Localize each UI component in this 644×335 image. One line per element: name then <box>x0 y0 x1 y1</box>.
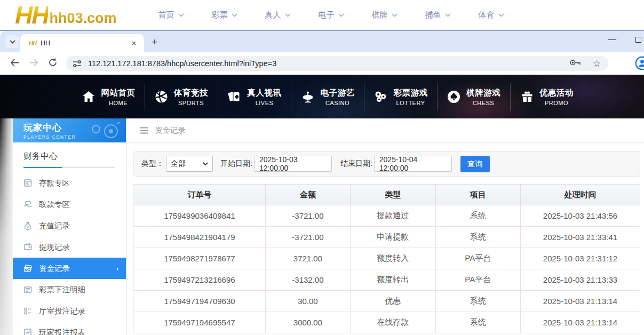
section-underline <box>23 167 115 168</box>
table-cell-project: PA平台 <box>435 269 520 291</box>
screen: HH hh03.com 首页 彩票 真人 电子 棋牌 <box>0 0 644 335</box>
spade-icon <box>447 90 460 103</box>
top-nav-label: 首页 <box>158 10 174 20</box>
type-select-value: 全部 <box>171 159 186 169</box>
top-nav-lottery[interactable]: 彩票 <box>212 10 237 20</box>
address-bar[interactable]: 112.121.172.181:8783/hhcp/usercenter.htm… <box>66 56 608 71</box>
sidebar-item-recharge-records[interactable]: 充值记录 <box>13 215 126 236</box>
sidebar-item-label: 资金记录 <box>39 264 70 274</box>
start-date-input[interactable]: 2025-10-03 12:00:00 <box>254 156 332 172</box>
playing-cards-icon <box>228 90 242 103</box>
reload-button[interactable] <box>45 58 61 69</box>
game-nav-en: LIVES <box>256 100 274 106</box>
password-key-icon[interactable] <box>570 59 581 66</box>
sidebar-item-withdrawal-records[interactable]: 提现记录 <box>13 236 126 258</box>
profile-avatar[interactable] <box>634 55 644 71</box>
query-button[interactable]: 查询 <box>460 156 490 172</box>
sidebar-item-lottery-bet-details[interactable]: 彩票下注明细 <box>13 279 126 300</box>
home-icon <box>82 90 96 103</box>
table-cell-project: 系统 <box>435 227 520 248</box>
sidebar-item-label: 提现记录 <box>39 242 70 252</box>
forward-button[interactable] <box>26 59 42 69</box>
sidebar-item-label: 取款专区 <box>39 200 70 210</box>
col-header-project: 项目 <box>435 185 520 205</box>
sidebar-item-player-bet-report[interactable]: 玩家投注报表 <box>13 322 126 335</box>
bookmark-star-icon[interactable]: ☆ <box>593 59 601 68</box>
table-row: 1759498421904179-3721.00申请提款系统2025-10-03… <box>134 227 640 248</box>
table-cell-type: 申请提款 <box>351 227 435 248</box>
table-cell-project: 系统 <box>435 205 520 227</box>
hand-money-icon <box>23 200 32 209</box>
chevron-down-icon <box>445 13 451 17</box>
new-tab-button[interactable]: + <box>152 36 157 48</box>
sidebar-item-label: 玩家投注报表 <box>39 328 85 335</box>
players-center-header[interactable]: 玩家中心 PLAYERS CENTER <box>13 118 126 142</box>
window-minimize-button[interactable]: — <box>608 34 616 43</box>
roulette-icon <box>301 90 315 103</box>
table-row: 17594982719786773721.00额度转入PA平台2025-10-0… <box>134 248 640 269</box>
game-nav-zh: 体育竞技 <box>174 87 208 99</box>
top-nav-sports[interactable]: 体育 <box>479 10 504 20</box>
site-settings-icon[interactable] <box>73 60 82 68</box>
grid-list-icon <box>23 307 32 316</box>
game-nav-sports[interactable]: 体育竞技 SPORTS <box>145 83 218 110</box>
chevron-down-icon <box>203 162 208 165</box>
top-nav-chess[interactable]: 棋牌 <box>372 10 397 20</box>
finance-section-title: 财务中心 <box>23 151 115 162</box>
game-nav-zh: 优惠活动 <box>539 87 574 99</box>
sidebar-item-withdraw-zone[interactable]: 取款专区 <box>13 194 126 215</box>
list-doc-icon <box>23 285 32 294</box>
sidebar-item-fund-records[interactable]: 资金记录 › <box>13 258 126 279</box>
end-date-label: 结束日期: <box>340 159 372 169</box>
browser-tab[interactable]: HH HH × <box>20 34 144 52</box>
game-nav-lottery[interactable]: 彩票游戏 LOTTERY <box>364 83 438 110</box>
table-cell-type: 额度转入 <box>351 248 435 269</box>
table-row: 1759497213216696-3132.00额度转出PA平台2025-10-… <box>134 269 640 291</box>
menu-bars-icon <box>140 127 148 134</box>
window-maximize-button[interactable] <box>635 37 641 43</box>
game-nav-zh: 网站首页 <box>101 87 136 99</box>
col-header-amount: 金额 <box>265 185 350 205</box>
table-cell-project: 系统 <box>435 291 520 312</box>
sidebar-item-label: 存款专区 <box>39 178 70 188</box>
browser-tabstrip: HH HH × + — <box>0 31 644 52</box>
url-text[interactable]: 112.121.172.181:8783/hhcp/usercenter.htm… <box>88 59 570 68</box>
game-nav-promo[interactable]: 优惠活动 PROMO <box>511 83 584 110</box>
end-date-input[interactable]: 2025-10-04 12:00:00 <box>374 156 452 172</box>
top-nav-label: 彩票 <box>212 10 228 20</box>
breadcrumb: 资金记录 <box>127 118 644 143</box>
game-nav-chess[interactable]: 棋牌游戏 CHESS <box>438 83 511 110</box>
table-cell-order: 1759497194709630 <box>134 291 266 312</box>
col-header-order: 订单号 <box>134 185 266 205</box>
game-nav-casino[interactable]: 电子游艺 CASINO <box>291 83 364 110</box>
top-nav-fishing[interactable]: 捕鱼 <box>425 10 451 20</box>
game-nav-lives[interactable]: 真人视讯 LIVES <box>218 83 291 110</box>
profile-avatar-icon <box>635 56 644 70</box>
game-nav-zh: 彩票游戏 <box>394 87 428 99</box>
chevron-down-icon <box>338 13 344 17</box>
tab-search-button[interactable] <box>5 35 19 48</box>
tab-close-icon[interactable]: × <box>129 38 139 48</box>
sidebar-item-deposit-zone[interactable]: 存款专区 <box>13 172 126 194</box>
site-logo[interactable]: HH hh03.com <box>15 1 117 29</box>
table-cell-time: 2025-10-03 21:13:33 <box>521 269 640 291</box>
type-select[interactable]: 全部 <box>166 156 213 172</box>
banknotes-icon <box>23 264 32 273</box>
start-date-label: 开始日期: <box>220 159 252 169</box>
browser-toolbar: 112.121.172.181:8783/hhcp/usercenter.htm… <box>0 52 644 75</box>
top-nav-live[interactable]: 真人 <box>265 10 291 20</box>
table-row: 1759499036409841-3721.00提款通过系统2025-10-03… <box>134 205 640 227</box>
page-edge-shade <box>0 118 13 335</box>
sidebar-item-label: 彩票下注明细 <box>39 285 85 295</box>
sidebar: 玩家中心 PLAYERS CENTER 财务中心 存款专区 取款专区 充值记录 <box>13 118 126 335</box>
chevron-down-icon <box>498 13 504 17</box>
table-cell-type: 在线存款 <box>351 312 435 333</box>
sidebar-item-hall-bet-records[interactable]: 厅室投注记录 <box>13 300 126 322</box>
top-nav-electronic[interactable]: 电子 <box>319 10 344 20</box>
game-nav-zh: 电子游艺 <box>321 87 355 99</box>
sports-ball-icon <box>155 90 168 103</box>
top-nav-home[interactable]: 首页 <box>158 10 184 20</box>
chevron-down-icon <box>232 13 237 17</box>
back-button[interactable] <box>6 59 22 69</box>
game-nav-home[interactable]: 网站首页 HOME <box>72 83 145 110</box>
